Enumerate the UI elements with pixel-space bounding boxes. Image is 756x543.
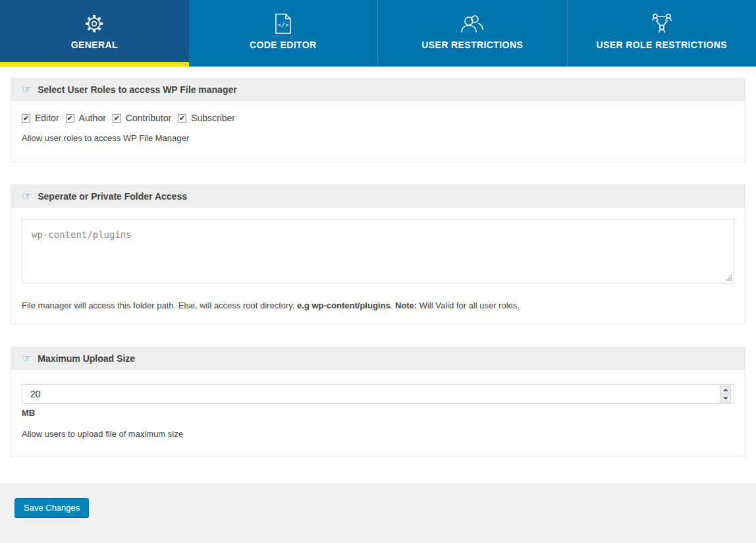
tab-user-role-restrictions[interactable]: USER ROLE RESTRICTIONS	[567, 0, 756, 67]
section-upload-size-body: MB Allow users to upload file of maximum…	[11, 370, 745, 456]
tab-user-restrictions[interactable]: USER RESTRICTIONS	[377, 0, 567, 67]
spinner-down-button[interactable]	[720, 395, 731, 403]
tab-general[interactable]: GENERAL	[0, 0, 189, 67]
checkbox-contributor-label: Contributor	[126, 113, 171, 123]
pointing-hand-icon: ☞	[22, 190, 32, 202]
checkbox-checked-icon: ✔	[178, 114, 186, 123]
checkbox-author-label: Author	[79, 113, 106, 123]
check-icon: ✔	[179, 115, 185, 121]
tab-code-editor-label: CODE EDITOR	[250, 40, 316, 50]
wp-file-manager-settings-page: GENERAL </> CODE EDITOR	[0, 0, 756, 543]
section-user-roles: ☞ Select User Roles to access WP File ma…	[11, 78, 745, 162]
tab-general-label: GENERAL	[71, 40, 118, 50]
pointing-hand-icon: ☞	[22, 353, 32, 364]
spinner-up-button[interactable]	[720, 386, 731, 394]
folder-help-text: File manager will access this folder pat…	[22, 300, 734, 310]
tab-user-restrictions-label: USER RESTRICTIONS	[421, 40, 523, 50]
upload-size-description: Allow users to upload file of maximum si…	[22, 429, 734, 439]
section-user-roles-body: ✔ Editor ✔ Author ✔ Contributor ✔ Subscr…	[11, 101, 745, 161]
active-tab-underline	[0, 62, 189, 67]
svg-text:</>: </>	[278, 22, 289, 28]
section-folder-access-title: Seperate or Private Folder Access	[38, 191, 187, 202]
upload-size-input[interactable]	[22, 385, 734, 403]
section-upload-size-title: Maximum Upload Size	[38, 353, 135, 364]
tab-user-role-restrictions-label: USER ROLE RESTRICTIONS	[596, 40, 727, 50]
gear-icon	[84, 13, 105, 35]
page-footer: Save Changes	[0, 483, 756, 543]
section-folder-access-body: File manager will access this folder pat…	[11, 208, 745, 324]
checkbox-checked-icon: ✔	[22, 114, 30, 123]
user-hierarchy-icon	[649, 13, 674, 35]
save-changes-button[interactable]: Save Changes	[14, 498, 89, 517]
checkbox-contributor[interactable]: ✔ Contributor	[113, 113, 171, 123]
section-user-roles-title: Select User Roles to access WP File mana…	[38, 84, 236, 95]
check-icon: ✔	[23, 115, 29, 121]
checkbox-editor[interactable]: ✔ Editor	[22, 113, 59, 123]
folder-textarea-wrapper	[22, 219, 734, 283]
pointing-hand-icon: ☞	[22, 84, 32, 95]
checkbox-checked-icon: ✔	[66, 114, 74, 123]
user-roles-description: Allow user roles to access WP File Manag…	[22, 133, 734, 143]
code-file-icon: </>	[275, 13, 292, 35]
upload-size-unit-label: MB	[22, 408, 734, 418]
triangle-down-icon	[723, 397, 728, 400]
tab-code-editor[interactable]: </> CODE EDITOR	[189, 0, 378, 67]
settings-tabbar: GENERAL </> CODE EDITOR	[0, 0, 756, 67]
check-icon: ✔	[67, 115, 72, 121]
folder-path-textarea[interactable]	[22, 219, 734, 283]
settings-panel: ☞ Select User Roles to access WP File ma…	[0, 67, 756, 483]
check-icon: ✔	[114, 115, 120, 121]
number-spinner	[720, 386, 731, 403]
checkbox-author[interactable]: ✔ Author	[66, 113, 106, 123]
user-roles-checkbox-row: ✔ Editor ✔ Author ✔ Contributor ✔ Subscr…	[22, 113, 734, 123]
section-upload-size: ☞ Maximum Upload Size MB Allow users to …	[11, 347, 745, 457]
checkbox-subscriber-label: Subscriber	[191, 113, 235, 123]
upload-size-input-wrapper	[22, 384, 734, 404]
section-folder-access-header: ☞ Seperate or Private Folder Access	[11, 185, 745, 208]
checkbox-subscriber[interactable]: ✔ Subscriber	[178, 113, 235, 123]
checkbox-checked-icon: ✔	[113, 114, 121, 123]
section-folder-access: ☞ Seperate or Private Folder Access File…	[11, 185, 745, 324]
section-user-roles-header: ☞ Select User Roles to access WP File ma…	[11, 78, 745, 101]
section-upload-size-header: ☞ Maximum Upload Size	[11, 347, 745, 370]
checkbox-editor-label: Editor	[35, 113, 59, 123]
users-icon	[459, 13, 485, 35]
triangle-up-icon	[723, 389, 728, 391]
